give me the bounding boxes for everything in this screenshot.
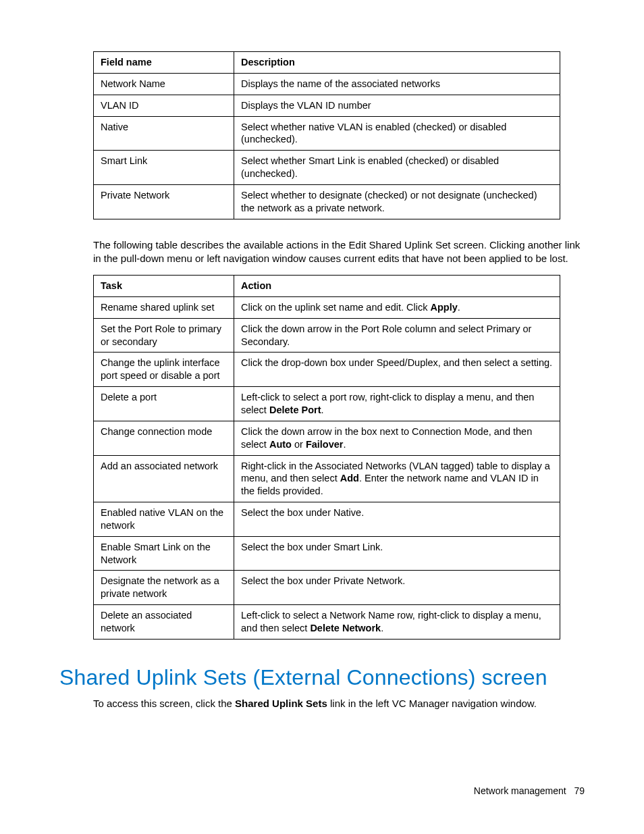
field-name-cell: VLAN ID: [94, 95, 234, 116]
description-cell: Displays the name of the associated netw…: [234, 73, 560, 95]
task-cell: Delete a port: [94, 387, 234, 421]
task-cell: Rename shared uplink set: [94, 296, 234, 318]
col-field-name: Field name: [94, 52, 234, 74]
page-footer: Network management 79: [474, 785, 585, 796]
table-row: Delete an associated networkLeft-click t…: [94, 605, 560, 640]
action-cell: Select the box under Smart Link.: [234, 536, 560, 571]
task-cell: Change connection mode: [94, 421, 234, 455]
table-row: Change connection modeClick the down arr…: [94, 421, 560, 455]
task-cell: Designate the network as a private netwo…: [94, 571, 234, 605]
description-cell: Select whether Smart Link is enabled (ch…: [234, 151, 560, 185]
task-cell: Delete an associated network: [94, 605, 234, 640]
table-row: NativeSelect whether native VLAN is enab…: [94, 116, 560, 151]
table-row: Enable Smart Link on the NetworkSelect t…: [94, 536, 560, 571]
task-cell: Change the uplink interface port speed o…: [94, 353, 234, 387]
action-cell: Left-click to select a port row, right-c…: [234, 387, 560, 421]
task-action-table: Task Action Rename shared uplink setClic…: [93, 275, 560, 640]
table-row: Enabled native VLAN on the networkSelect…: [94, 502, 560, 537]
table-row: VLAN IDDisplays the VLAN ID number: [94, 95, 560, 116]
table-row: Delete a portLeft-click to select a port…: [94, 387, 560, 421]
action-cell: Select the box under Private Network.: [234, 571, 560, 605]
action-cell: Click on the uplink set name and edit. C…: [234, 296, 560, 318]
table-row: Set the Port Role to primary or secondar…: [94, 318, 560, 353]
table-row: Private NetworkSelect whether to designa…: [94, 184, 560, 219]
description-cell: Select whether to designate (checked) or…: [234, 184, 560, 219]
table-header-row: Task Action: [94, 276, 560, 297]
action-cell: Click the down arrow in the box next to …: [234, 421, 560, 455]
table-row: Add an associated networkRight-click in …: [94, 455, 560, 502]
description-cell: Displays the VLAN ID number: [234, 95, 560, 116]
section-heading: Shared Uplink Sets (External Connections…: [59, 665, 585, 690]
table-row: Rename shared uplink setClick on the upl…: [94, 296, 560, 318]
access-paragraph: To access this screen, click the Shared …: [93, 697, 585, 710]
task-cell: Enabled native VLAN on the network: [94, 502, 234, 537]
col-task: Task: [94, 276, 234, 297]
table-row: Smart LinkSelect whether Smart Link is e…: [94, 151, 560, 185]
action-cell: Select the box under Native.: [234, 502, 560, 537]
task-cell: Add an associated network: [94, 455, 234, 502]
footer-section: Network management: [474, 785, 566, 796]
field-name-cell: Smart Link: [94, 151, 234, 185]
action-cell: Right-click in the Associated Networks (…: [234, 455, 560, 502]
table-row: Change the uplink interface port speed o…: [94, 353, 560, 387]
action-cell: Click the drop-down box under Speed/Dupl…: [234, 353, 560, 387]
footer-page-number: 79: [574, 785, 585, 796]
col-action: Action: [234, 276, 560, 297]
intro-paragraph: The following table describes the availa…: [93, 238, 585, 266]
field-name-cell: Private Network: [94, 184, 234, 219]
table-header-row: Field name Description: [94, 52, 560, 74]
field-name-cell: Network Name: [94, 73, 234, 95]
col-description: Description: [234, 52, 560, 74]
table-row: Designate the network as a private netwo…: [94, 571, 560, 605]
action-cell: Click the down arrow in the Port Role co…: [234, 318, 560, 353]
description-cell: Select whether native VLAN is enabled (c…: [234, 116, 560, 151]
action-cell: Left-click to select a Network Name row,…: [234, 605, 560, 640]
field-name-cell: Native: [94, 116, 234, 151]
task-cell: Set the Port Role to primary or secondar…: [94, 318, 234, 353]
task-cell: Enable Smart Link on the Network: [94, 536, 234, 571]
table-row: Network NameDisplays the name of the ass…: [94, 73, 560, 95]
field-description-table: Field name Description Network NameDispl…: [93, 51, 560, 219]
